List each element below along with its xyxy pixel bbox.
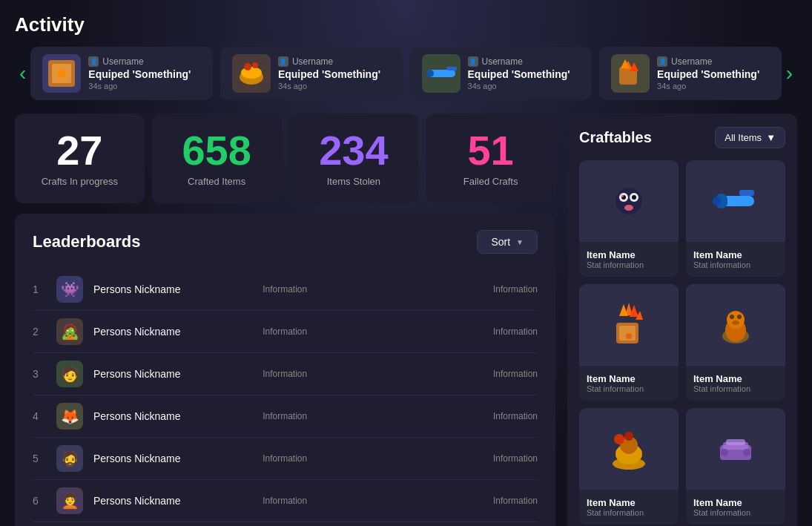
- activity-user: 👤 Username: [657, 56, 759, 67]
- player-info: Information: [263, 326, 395, 337]
- filter-button[interactable]: All Items ▼: [715, 127, 785, 148]
- craftable-name: Item Name: [587, 497, 671, 508]
- player-info2: Information: [406, 411, 538, 421]
- activity-info: 👤 Username Equiped 'Something' 34s ago: [657, 56, 759, 91]
- svg-point-5: [244, 63, 251, 70]
- svg-point-37: [732, 320, 739, 325]
- svg-point-9: [426, 70, 434, 77]
- leaderboard-row[interactable]: 7 👦 Persons Nickname Information Informa…: [33, 522, 538, 526]
- activity-item-icon: [611, 54, 650, 93]
- craftable-stat: Stat information: [587, 384, 671, 393]
- craftable-item[interactable]: Item Name Stat information: [579, 160, 679, 277]
- craftable-item[interactable]: Item Name Stat information: [579, 284, 679, 401]
- craftable-name: Item Name: [693, 249, 778, 260]
- chevron-down-icon: ▼: [516, 238, 524, 246]
- left-panel: 27 Crafts In progress 658 Crafted Items …: [15, 114, 555, 526]
- player-name: Persons Nickname: [93, 453, 252, 464]
- activity-card[interactable]: 👤 Username Equiped 'Something' 34s ago: [30, 47, 213, 100]
- rank-number: 5: [33, 453, 46, 464]
- stat-label: Items Stolen: [327, 176, 380, 187]
- activity-username: Username: [102, 56, 143, 67]
- activity-user: 👤 Username: [88, 56, 191, 67]
- player-name: Persons Nickname: [93, 283, 252, 295]
- activity-time: 34s ago: [88, 82, 191, 91]
- svg-point-31: [626, 333, 632, 339]
- avatar: 🧑‍🦱: [56, 487, 83, 514]
- user-icon: 👤: [278, 56, 288, 67]
- activity-time: 34s ago: [468, 82, 570, 91]
- activity-cards: 👤 Username Equiped 'Something' 34s ago: [30, 47, 781, 100]
- craftable-details: Item Name Stat information: [579, 242, 679, 277]
- craftable-stat: Stat information: [693, 260, 778, 269]
- stat-number: 234: [319, 130, 388, 171]
- stat-card-crafted-items: 658 Crafted Items: [152, 114, 282, 203]
- activity-time: 34s ago: [657, 82, 759, 91]
- player-info2: Information: [406, 369, 538, 379]
- craftable-image: [579, 408, 679, 490]
- craftable-stat: Stat information: [693, 508, 778, 517]
- svg-point-41: [614, 434, 624, 444]
- leaderboard-row[interactable]: 5 🧔 Persons Nickname Information Informa…: [33, 438, 538, 480]
- craftable-item[interactable]: Item Name Stat information: [686, 284, 785, 401]
- craftable-image: [686, 284, 785, 366]
- player-name: Persons Nickname: [93, 410, 252, 422]
- leaderboard-row[interactable]: 4 🦊 Persons Nickname Information Informa…: [33, 395, 538, 438]
- craftable-image: [686, 160, 785, 242]
- craftable-details: Item Name Stat information: [686, 490, 785, 525]
- svg-point-42: [624, 432, 633, 441]
- sort-label: Sort: [491, 236, 510, 248]
- craftable-image: [579, 284, 679, 366]
- craftables-header: Craftables All Items ▼: [579, 127, 785, 148]
- craftable-item[interactable]: Item Name Stat information: [686, 408, 785, 525]
- craftable-item[interactable]: Item Name Stat information: [579, 408, 679, 525]
- activity-action: Equiped 'Something': [657, 68, 759, 80]
- activity-time: 34s ago: [278, 82, 380, 91]
- leaderboard-row[interactable]: 6 🧑‍🦱 Persons Nickname Information Infor…: [33, 480, 538, 522]
- leaderboard-row[interactable]: 2 🧟 Persons Nickname Information Informa…: [33, 311, 538, 353]
- activity-prev-button[interactable]: ‹: [15, 62, 30, 85]
- player-info2: Information: [406, 453, 538, 464]
- activity-item-icon: [42, 54, 81, 93]
- leaderboard-header: Leaderboards Sort ▼: [33, 230, 538, 254]
- leaderboard-row[interactable]: 1 👾 Persons Nickname Information Informa…: [33, 269, 538, 311]
- avatar: 🧟: [56, 318, 83, 345]
- activity-card[interactable]: 👤 Username Equiped 'Something' 34s ago: [599, 47, 782, 100]
- rank-number: 2: [33, 326, 46, 338]
- stat-card-crafts-in-progress: 27 Crafts In progress: [15, 114, 145, 203]
- chevron-down-icon: ▼: [766, 132, 776, 143]
- svg-point-24: [713, 197, 722, 206]
- svg-point-2: [57, 69, 66, 78]
- page-title: Activity: [15, 13, 797, 36]
- player-name: Persons Nickname: [93, 495, 252, 507]
- activity-card[interactable]: 👤 Username Equiped 'Something' 34s ago: [220, 47, 403, 100]
- stat-label: Failed Crafts: [463, 176, 518, 187]
- svg-rect-45: [726, 439, 745, 445]
- activity-username: Username: [292, 56, 333, 67]
- craftable-details: Item Name Stat information: [686, 242, 785, 277]
- craftable-item[interactable]: Item Name Stat information: [686, 160, 785, 277]
- player-name: Persons Nickname: [93, 368, 252, 380]
- player-info: Information: [263, 496, 395, 506]
- avatar: 👾: [56, 276, 83, 303]
- svg-point-6: [252, 62, 258, 68]
- avatar: 🦊: [56, 403, 83, 430]
- activity-info: 👤 Username Equiped 'Something' 34s ago: [88, 56, 191, 91]
- activity-card[interactable]: 👤 Username Equiped 'Something' 34s ago: [410, 47, 593, 100]
- activity-item-icon: [422, 54, 461, 93]
- stat-card-items-stolen: 234 Items Stolen: [289, 114, 419, 203]
- leaderboard-card: Leaderboards Sort ▼ 1 👾 Persons Nickname…: [15, 214, 555, 526]
- leaderboard-row[interactable]: 3 🧑 Persons Nickname Information Informa…: [33, 353, 538, 395]
- filter-label: All Items: [724, 132, 762, 143]
- leaderboard-title: Leaderboards: [33, 232, 141, 252]
- activity-next-button[interactable]: ›: [782, 62, 797, 85]
- user-icon: 👤: [657, 56, 667, 67]
- user-icon: 👤: [88, 56, 99, 67]
- player-name: Persons Nickname: [93, 326, 252, 338]
- sort-button[interactable]: Sort ▼: [477, 230, 538, 254]
- svg-point-47: [743, 449, 750, 456]
- craftable-details: Item Name Stat information: [686, 366, 785, 401]
- activity-action: Equiped 'Something': [278, 68, 380, 80]
- page-container: Activity ‹ 👤 Username Equiped 'Something…: [0, 0, 812, 526]
- craftables-title: Craftables: [579, 129, 652, 146]
- activity-item-icon: [232, 54, 271, 93]
